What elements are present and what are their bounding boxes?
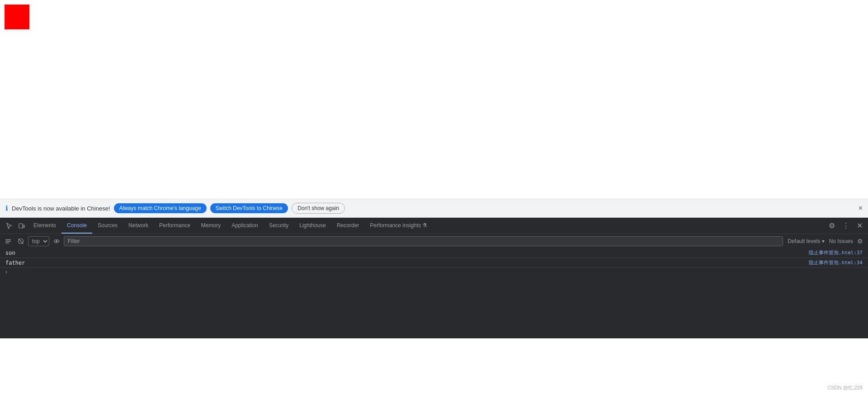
svg-rect-1 [23,225,24,228]
more-tools-button[interactable]: ⋮ [840,220,852,232]
tab-elements[interactable]: Elements [28,218,61,234]
console-row-son: son 阻止事件冒泡.html:37 [0,248,868,258]
tab-sources[interactable]: Sources [92,218,123,234]
default-levels-button[interactable]: Default levels ▾ [785,237,827,245]
context-selector[interactable]: top [28,236,49,246]
svg-rect-0 [19,224,23,228]
filter-toggle-button[interactable] [15,237,26,246]
tabs-right-icons: ⚙ ⋮ ✕ [826,220,865,232]
console-text-son: son [5,250,15,256]
svg-rect-2 [5,239,11,240]
devtools-notification: ℹ DevTools is now available in Chinese! … [0,199,868,217]
tab-performance[interactable]: Performance [154,218,196,234]
notification-text: DevTools is now available in Chinese! [12,205,110,212]
settings-button[interactable]: ⚙ [826,220,838,232]
tab-console[interactable]: Console [61,218,92,234]
console-output: son 阻止事件冒泡.html:37 father 阻止事件冒泡.html:34… [0,248,868,338]
tab-security[interactable]: Security [264,218,294,234]
console-settings-button[interactable]: ⚙ [855,236,865,246]
svg-rect-3 [5,241,11,242]
svg-rect-4 [5,243,9,243]
console-expand-arrow[interactable]: › [0,268,868,276]
page-content [0,0,868,199]
console-toolbar: top Default levels ▾ No Issues ⚙ [0,234,868,248]
close-devtools-button[interactable]: ✕ [854,220,865,232]
no-issues-label: No Issues [829,238,853,244]
clear-console-button[interactable] [3,237,14,246]
dont-show-again-button[interactable]: Don't show again [292,203,345,214]
tab-memory[interactable]: Memory [196,218,226,234]
device-toolbar-icon[interactable] [15,222,28,229]
info-icon: ℹ [5,204,8,212]
switch-to-chinese-button[interactable]: Switch DevTools to Chinese [210,203,288,213]
console-link-son[interactable]: 阻止事件冒泡.html:37 [809,249,863,256]
tab-recorder[interactable]: Recorder [331,218,364,234]
filter-input[interactable] [64,236,783,246]
tab-application[interactable]: Application [226,218,264,234]
watermark: CSDN @忆.229 [827,384,863,391]
console-link-father[interactable]: 阻止事件冒泡.html:34 [809,259,863,266]
console-text-father: father [5,260,25,266]
tab-lighthouse[interactable]: Lighthouse [294,218,331,234]
notification-close-button[interactable]: × [859,204,863,212]
match-language-button[interactable]: Always match Chrome's language [114,203,207,213]
svg-point-8 [56,240,57,242]
devtools-tabs: Elements Console Sources Network Perform… [0,218,868,234]
inspect-icon[interactable] [3,222,15,229]
tab-performance-insights[interactable]: Performance insights ⚗ [364,218,433,234]
console-row-father: father 阻止事件冒泡.html:34 [0,258,868,268]
eye-icon-button[interactable] [51,237,62,246]
tab-network[interactable]: Network [123,218,154,234]
devtools-panel: Elements Console Sources Network Perform… [0,217,868,338]
red-box [5,5,29,29]
color-boxes [5,5,54,54]
